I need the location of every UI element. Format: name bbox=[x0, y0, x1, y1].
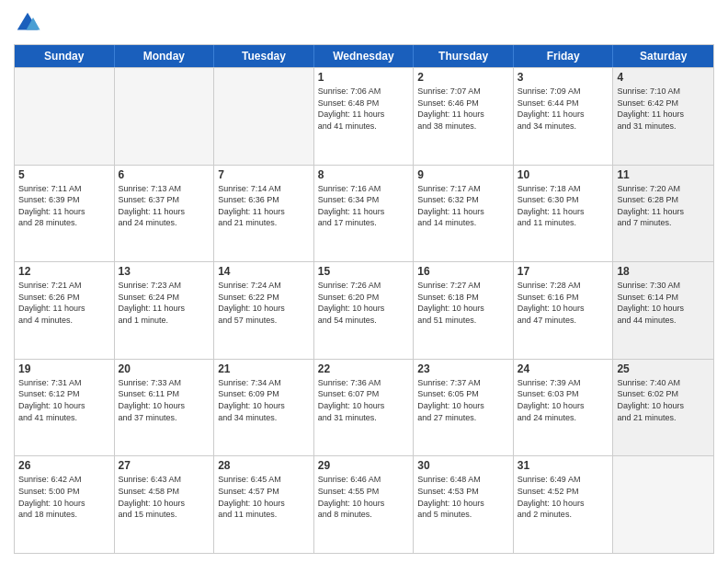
day-number: 23 bbox=[417, 362, 509, 375]
day-number: 27 bbox=[119, 459, 210, 472]
calendar: SundayMondayTuesdayWednesdayThursdayFrid… bbox=[14, 44, 714, 554]
cal-cell bbox=[15, 68, 115, 165]
cal-cell: 23Sunrise: 7:37 AM Sunset: 6:05 PM Dayli… bbox=[414, 360, 514, 456]
cal-cell: 15Sunrise: 7:26 AM Sunset: 6:20 PM Dayli… bbox=[314, 262, 415, 359]
day-number: 11 bbox=[617, 168, 710, 181]
cal-cell: 16Sunrise: 7:27 AM Sunset: 6:18 PM Dayli… bbox=[414, 262, 514, 359]
cal-cell: 1Sunrise: 7:06 AM Sunset: 6:48 PM Daylig… bbox=[314, 68, 415, 165]
cell-info: Sunrise: 7:37 AM Sunset: 6:05 PM Dayligh… bbox=[417, 377, 509, 423]
day-header-friday: Friday bbox=[514, 45, 614, 67]
cal-cell: 14Sunrise: 7:24 AM Sunset: 6:22 PM Dayli… bbox=[214, 262, 314, 359]
cal-cell: 18Sunrise: 7:30 AM Sunset: 6:14 PM Dayli… bbox=[613, 262, 713, 359]
cell-info: Sunrise: 7:06 AM Sunset: 6:48 PM Dayligh… bbox=[318, 86, 410, 132]
day-number: 19 bbox=[18, 362, 110, 375]
week-row-4: 19Sunrise: 7:31 AM Sunset: 6:12 PM Dayli… bbox=[15, 359, 713, 456]
cell-info: Sunrise: 7:39 AM Sunset: 6:03 PM Dayligh… bbox=[518, 377, 609, 423]
day-header-monday: Monday bbox=[115, 45, 215, 67]
cell-info: Sunrise: 6:42 AM Sunset: 5:00 PM Dayligh… bbox=[18, 474, 110, 520]
cal-cell: 4Sunrise: 7:10 AM Sunset: 6:42 PM Daylig… bbox=[613, 68, 713, 165]
cal-cell: 9Sunrise: 7:17 AM Sunset: 6:32 PM Daylig… bbox=[414, 166, 514, 262]
cal-cell bbox=[613, 456, 713, 553]
cal-cell: 26Sunrise: 6:42 AM Sunset: 5:00 PM Dayli… bbox=[15, 456, 115, 553]
day-number: 3 bbox=[518, 71, 609, 84]
cell-info: Sunrise: 7:20 AM Sunset: 6:28 PM Dayligh… bbox=[617, 183, 710, 229]
day-number: 29 bbox=[318, 459, 410, 472]
cell-info: Sunrise: 7:40 AM Sunset: 6:02 PM Dayligh… bbox=[617, 377, 710, 423]
cal-cell: 13Sunrise: 7:23 AM Sunset: 6:24 PM Dayli… bbox=[115, 262, 215, 359]
day-number: 17 bbox=[518, 265, 609, 278]
cell-info: Sunrise: 7:34 AM Sunset: 6:09 PM Dayligh… bbox=[218, 377, 310, 423]
cal-cell: 27Sunrise: 6:43 AM Sunset: 4:58 PM Dayli… bbox=[115, 456, 215, 553]
cal-cell: 21Sunrise: 7:34 AM Sunset: 6:09 PM Dayli… bbox=[214, 360, 314, 456]
cal-cell: 22Sunrise: 7:36 AM Sunset: 6:07 PM Dayli… bbox=[314, 360, 415, 456]
day-number: 30 bbox=[417, 459, 509, 472]
cal-cell: 6Sunrise: 7:13 AM Sunset: 6:37 PM Daylig… bbox=[115, 166, 215, 262]
day-header-tuesday: Tuesday bbox=[214, 45, 314, 67]
day-number: 10 bbox=[518, 168, 609, 181]
week-row-1: 1Sunrise: 7:06 AM Sunset: 6:48 PM Daylig… bbox=[15, 67, 713, 165]
cell-info: Sunrise: 7:36 AM Sunset: 6:07 PM Dayligh… bbox=[318, 377, 410, 423]
cell-info: Sunrise: 7:07 AM Sunset: 6:46 PM Dayligh… bbox=[417, 86, 509, 132]
cell-info: Sunrise: 6:49 AM Sunset: 4:52 PM Dayligh… bbox=[518, 474, 609, 520]
cal-cell: 7Sunrise: 7:14 AM Sunset: 6:36 PM Daylig… bbox=[214, 166, 314, 262]
cell-info: Sunrise: 6:45 AM Sunset: 4:57 PM Dayligh… bbox=[218, 474, 310, 520]
cell-info: Sunrise: 7:11 AM Sunset: 6:39 PM Dayligh… bbox=[18, 183, 110, 229]
day-number: 7 bbox=[218, 168, 310, 181]
day-number: 21 bbox=[218, 362, 310, 375]
cal-cell: 10Sunrise: 7:18 AM Sunset: 6:30 PM Dayli… bbox=[514, 166, 614, 262]
day-number: 25 bbox=[617, 362, 710, 375]
cal-cell: 31Sunrise: 6:49 AM Sunset: 4:52 PM Dayli… bbox=[514, 456, 614, 553]
day-number: 9 bbox=[417, 168, 509, 181]
cal-cell: 29Sunrise: 6:46 AM Sunset: 4:55 PM Dayli… bbox=[314, 456, 415, 553]
cal-cell: 25Sunrise: 7:40 AM Sunset: 6:02 PM Dayli… bbox=[613, 360, 713, 456]
cell-info: Sunrise: 7:13 AM Sunset: 6:37 PM Dayligh… bbox=[119, 183, 210, 229]
cell-info: Sunrise: 7:09 AM Sunset: 6:44 PM Dayligh… bbox=[518, 86, 609, 132]
cell-info: Sunrise: 7:16 AM Sunset: 6:34 PM Dayligh… bbox=[318, 183, 410, 229]
cal-cell: 11Sunrise: 7:20 AM Sunset: 6:28 PM Dayli… bbox=[613, 166, 713, 262]
cal-cell: 17Sunrise: 7:28 AM Sunset: 6:16 PM Dayli… bbox=[514, 262, 614, 359]
day-number: 12 bbox=[18, 265, 110, 278]
cal-cell: 24Sunrise: 7:39 AM Sunset: 6:03 PM Dayli… bbox=[514, 360, 614, 456]
day-number: 4 bbox=[617, 71, 710, 84]
week-row-5: 26Sunrise: 6:42 AM Sunset: 5:00 PM Dayli… bbox=[15, 455, 713, 553]
cal-cell: 5Sunrise: 7:11 AM Sunset: 6:39 PM Daylig… bbox=[15, 166, 115, 262]
calendar-header: SundayMondayTuesdayWednesdayThursdayFrid… bbox=[15, 45, 713, 67]
cell-info: Sunrise: 7:30 AM Sunset: 6:14 PM Dayligh… bbox=[617, 280, 710, 326]
cell-info: Sunrise: 7:18 AM Sunset: 6:30 PM Dayligh… bbox=[518, 183, 609, 229]
cal-cell: 28Sunrise: 6:45 AM Sunset: 4:57 PM Dayli… bbox=[214, 456, 314, 553]
cell-info: Sunrise: 7:14 AM Sunset: 6:36 PM Dayligh… bbox=[218, 183, 310, 229]
day-number: 22 bbox=[318, 362, 410, 375]
cal-cell bbox=[214, 68, 314, 165]
cell-info: Sunrise: 7:24 AM Sunset: 6:22 PM Dayligh… bbox=[218, 280, 310, 326]
cal-cell: 3Sunrise: 7:09 AM Sunset: 6:44 PM Daylig… bbox=[514, 68, 614, 165]
day-number: 1 bbox=[318, 71, 410, 84]
day-number: 24 bbox=[518, 362, 609, 375]
day-header-wednesday: Wednesday bbox=[314, 45, 415, 67]
day-header-saturday: Saturday bbox=[613, 45, 713, 67]
cell-info: Sunrise: 7:33 AM Sunset: 6:11 PM Dayligh… bbox=[119, 377, 210, 423]
day-number: 16 bbox=[417, 265, 509, 278]
cell-info: Sunrise: 7:10 AM Sunset: 6:42 PM Dayligh… bbox=[617, 86, 710, 132]
cell-info: Sunrise: 6:48 AM Sunset: 4:53 PM Dayligh… bbox=[417, 474, 509, 520]
page: SundayMondayTuesdayWednesdayThursdayFrid… bbox=[0, 0, 728, 563]
cell-info: Sunrise: 7:28 AM Sunset: 6:16 PM Dayligh… bbox=[518, 280, 609, 326]
cell-info: Sunrise: 7:31 AM Sunset: 6:12 PM Dayligh… bbox=[18, 377, 110, 423]
day-number: 26 bbox=[18, 459, 110, 472]
cell-info: Sunrise: 6:43 AM Sunset: 4:58 PM Dayligh… bbox=[119, 474, 210, 520]
day-number: 2 bbox=[417, 71, 509, 84]
cal-cell bbox=[115, 68, 215, 165]
day-number: 18 bbox=[617, 265, 710, 278]
day-number: 6 bbox=[119, 168, 210, 181]
cell-info: Sunrise: 7:26 AM Sunset: 6:20 PM Dayligh… bbox=[318, 280, 410, 326]
cell-info: Sunrise: 7:17 AM Sunset: 6:32 PM Dayligh… bbox=[417, 183, 509, 229]
week-row-3: 12Sunrise: 7:21 AM Sunset: 6:26 PM Dayli… bbox=[15, 261, 713, 359]
week-row-2: 5Sunrise: 7:11 AM Sunset: 6:39 PM Daylig… bbox=[15, 165, 713, 262]
day-number: 13 bbox=[119, 265, 210, 278]
cal-cell: 2Sunrise: 7:07 AM Sunset: 6:46 PM Daylig… bbox=[414, 68, 514, 165]
cal-cell: 20Sunrise: 7:33 AM Sunset: 6:11 PM Dayli… bbox=[115, 360, 215, 456]
header bbox=[14, 9, 714, 37]
day-number: 31 bbox=[518, 459, 609, 472]
cal-cell: 19Sunrise: 7:31 AM Sunset: 6:12 PM Dayli… bbox=[15, 360, 115, 456]
day-number: 15 bbox=[318, 265, 410, 278]
cell-info: Sunrise: 7:23 AM Sunset: 6:24 PM Dayligh… bbox=[119, 280, 210, 326]
